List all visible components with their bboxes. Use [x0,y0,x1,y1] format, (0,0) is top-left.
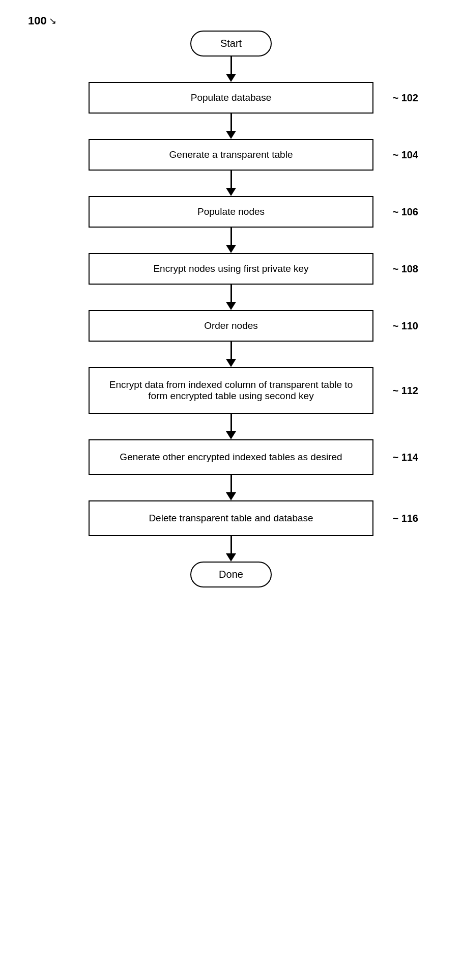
arrow-6 [226,414,236,439]
done-row: Done [0,562,462,587]
arrow-1 [226,114,236,139]
start-row: Start [0,31,462,57]
arrow-8 [226,536,236,562]
arrow-2 [226,171,236,196]
step-102-row: Populate database ~ 102 [0,82,462,114]
step-116-row: Delete transparent table and database ~ … [0,500,462,536]
step-116-box: Delete transparent table and database ~ … [89,500,373,536]
step-106-box: Populate nodes ~ 106 [89,196,373,228]
step-110-label: ~ 110 [392,320,418,332]
arrow-3 [226,228,236,253]
step-108-row: Encrypt nodes using first private key ~ … [0,253,462,285]
step-110-row: Order nodes ~ 110 [0,310,462,342]
figure-label-arrow: ↘ [49,15,56,26]
step-112-row: Encrypt data from indexed column of tran… [0,367,462,414]
arrow-5 [226,342,236,367]
step-112-box: Encrypt data from indexed column of tran… [89,367,373,414]
step-104-box: Generate a transparent table ~ 104 [89,139,373,171]
step-104-label: ~ 104 [392,149,418,161]
step-104-row: Generate a transparent table ~ 104 [0,139,462,171]
figure-label: 100 [28,14,47,27]
arrow-4 [226,285,236,310]
step-108-label: ~ 108 [392,263,418,275]
step-102-label: ~ 102 [392,92,418,104]
step-116-label: ~ 116 [392,513,418,524]
step-112-label: ~ 112 [392,385,418,397]
start-box: Start [190,31,272,57]
step-106-label: ~ 106 [392,206,418,218]
arrow-7 [226,475,236,500]
step-110-box: Order nodes ~ 110 [89,310,373,342]
step-114-label: ~ 114 [392,452,418,463]
arrow-0 [226,57,236,82]
flow-wrapper: Start Populate database ~ 102 Generate a… [0,31,462,587]
step-114-row: Generate other encrypted indexed tables … [0,439,462,475]
step-108-box: Encrypt nodes using first private key ~ … [89,253,373,285]
diagram-container: 100 ↘ Start Populate database ~ 102 [0,0,462,980]
step-102-box: Populate database ~ 102 [89,82,373,114]
step-114-box: Generate other encrypted indexed tables … [89,439,373,475]
step-106-row: Populate nodes ~ 106 [0,196,462,228]
done-box: Done [190,562,272,587]
